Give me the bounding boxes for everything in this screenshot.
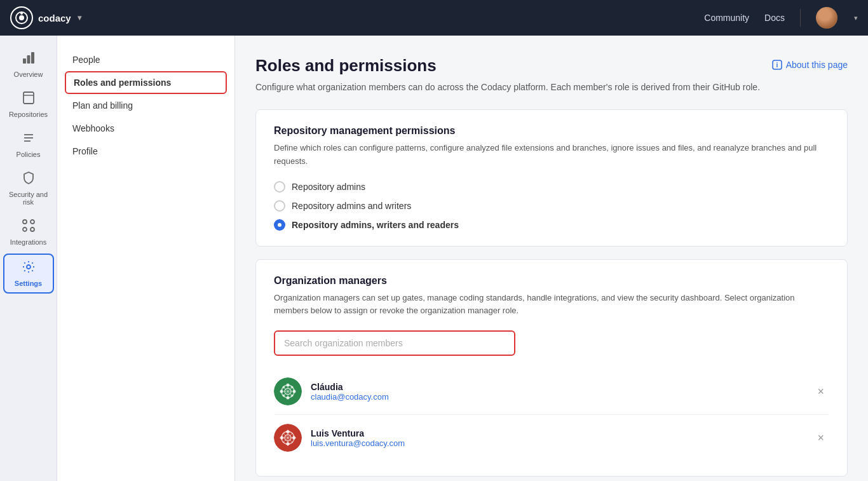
radio-admins-btn[interactable]	[274, 181, 285, 193]
docs-link[interactable]: Docs	[764, 13, 785, 23]
svg-rect-5	[31, 52, 34, 64]
svg-point-11	[23, 220, 27, 224]
svg-point-13	[23, 227, 27, 231]
svg-rect-3	[23, 58, 26, 64]
sidebar-item-settings-label: Settings	[15, 280, 42, 287]
svg-point-31	[291, 386, 294, 389]
subsidebar-item-people[interactable]: People	[57, 48, 234, 71]
sidebar-item-policies-label: Policies	[17, 151, 41, 158]
subsidebar-item-webhooks[interactable]: Webhooks	[57, 117, 234, 140]
subsidebar: People Roles and permissions Plan and bi…	[57, 36, 235, 481]
page-header: Roles and permissions i About this page	[255, 56, 848, 76]
radio-admins-writers-readers[interactable]: Repository admins, writers and readers	[274, 219, 829, 231]
org-managers-title: Organization managers	[274, 275, 829, 287]
policies-icon	[22, 131, 36, 148]
logo[interactable]: codacy ▾	[10, 6, 81, 29]
org-managers-desc: Organization managers can set up gates, …	[274, 292, 829, 318]
repo-permissions-title: Repository management permissions	[274, 125, 829, 137]
radio-admins-writers-readers-label: Repository admins, writers and readers	[292, 220, 459, 230]
page-title: Roles and permissions	[255, 56, 437, 76]
member-details-luis: Luis Ventura luis.ventura@codacy.com	[311, 428, 405, 448]
org-managers-card: Organization managers Organization manag…	[255, 259, 848, 477]
svg-rect-4	[27, 55, 30, 64]
avatar[interactable]	[816, 7, 837, 29]
radio-admins-writers-readers-btn[interactable]	[274, 219, 285, 231]
radio-admins-writers[interactable]: Repository admins and writers	[274, 200, 829, 212]
logo-caret-icon: ▾	[78, 13, 81, 22]
repositories-icon	[22, 91, 36, 108]
settings-icon	[22, 260, 36, 277]
sidebar: Overview Repositories Policies	[0, 36, 57, 481]
remove-claudia-button[interactable]: ×	[812, 383, 829, 401]
logo-icon	[10, 6, 33, 29]
community-link[interactable]: Community	[704, 13, 749, 23]
member-email-luis: luis.ventura@codacy.com	[311, 438, 405, 448]
svg-rect-6	[24, 92, 34, 104]
member-row-claudia: Cláudia claudia@codacy.com ×	[274, 369, 829, 415]
svg-point-25	[287, 384, 290, 387]
svg-point-28	[293, 390, 296, 393]
member-name-claudia: Cláudia	[311, 382, 389, 392]
topnav-links: Community Docs ▾	[704, 7, 858, 29]
svg-text:i: i	[776, 62, 778, 69]
repo-permissions-options: Repository admins Repository admins and …	[274, 181, 829, 231]
svg-point-14	[31, 227, 34, 231]
remove-luis-button[interactable]: ×	[812, 429, 829, 447]
svg-point-2	[20, 12, 23, 15]
sidebar-item-repositories-label: Repositories	[9, 111, 48, 118]
radio-admins-label: Repository admins	[292, 182, 365, 192]
svg-point-12	[31, 220, 34, 224]
svg-point-15	[27, 265, 31, 269]
sidebar-item-overview[interactable]: Overview	[3, 46, 54, 83]
svg-point-1	[19, 15, 24, 20]
svg-point-26	[287, 396, 290, 400]
member-info-luis: Luis Ventura luis.ventura@codacy.com	[274, 424, 405, 452]
overview-icon	[22, 51, 36, 68]
radio-admins-writers-label: Repository admins and writers	[292, 201, 411, 211]
avatar-image	[816, 7, 837, 29]
search-members-input[interactable]	[274, 330, 515, 356]
sidebar-item-overview-label: Overview	[14, 71, 43, 78]
avatar-luis	[274, 424, 302, 452]
avatar-claudia	[274, 377, 302, 405]
repo-permissions-desc: Define which roles can configure pattern…	[274, 142, 829, 168]
nav-divider	[800, 9, 801, 27]
topnav: codacy ▾ Community Docs ▾	[0, 0, 868, 36]
page-subtitle: Configure what organization members can …	[255, 81, 848, 94]
svg-point-29	[283, 386, 285, 389]
member-details-claudia: Cláudia claudia@codacy.com	[311, 382, 389, 402]
sidebar-item-repositories[interactable]: Repositories	[3, 86, 54, 123]
member-row-luis: Luis Ventura luis.ventura@codacy.com ×	[274, 415, 829, 461]
sidebar-item-policies[interactable]: Policies	[3, 126, 54, 163]
layout: Overview Repositories Policies	[0, 36, 868, 481]
about-link[interactable]: i About this page	[772, 60, 848, 70]
svg-point-30	[291, 395, 294, 397]
sidebar-item-integrations[interactable]: Integrations	[3, 213, 54, 251]
subsidebar-item-profile[interactable]: Profile	[57, 140, 234, 163]
integrations-icon	[22, 219, 36, 236]
radio-admins-writers-btn[interactable]	[274, 200, 285, 212]
member-email-claudia: claudia@codacy.com	[311, 392, 389, 402]
info-icon: i	[772, 60, 782, 70]
radio-admins[interactable]: Repository admins	[274, 181, 829, 193]
svg-point-27	[280, 390, 283, 393]
sidebar-item-integrations-label: Integrations	[10, 238, 46, 246]
subsidebar-item-billing[interactable]: Plan and billing	[57, 94, 234, 117]
member-name-luis: Luis Ventura	[311, 428, 405, 438]
svg-point-32	[283, 395, 285, 397]
main-content: Roles and permissions i About this page …	[235, 36, 868, 481]
logo-text: codacy	[38, 13, 71, 24]
member-info-claudia: Cláudia claudia@codacy.com	[274, 377, 389, 405]
sidebar-item-settings[interactable]: Settings	[3, 254, 54, 294]
security-icon	[22, 171, 36, 188]
sidebar-item-security-label: Security and risk	[6, 191, 51, 206]
subsidebar-item-roles[interactable]: Roles and permissions	[65, 71, 227, 94]
sidebar-item-security[interactable]: Security and risk	[3, 166, 54, 211]
avatar-caret-icon[interactable]: ▾	[854, 14, 858, 22]
repo-permissions-card: Repository management permissions Define…	[255, 109, 848, 247]
